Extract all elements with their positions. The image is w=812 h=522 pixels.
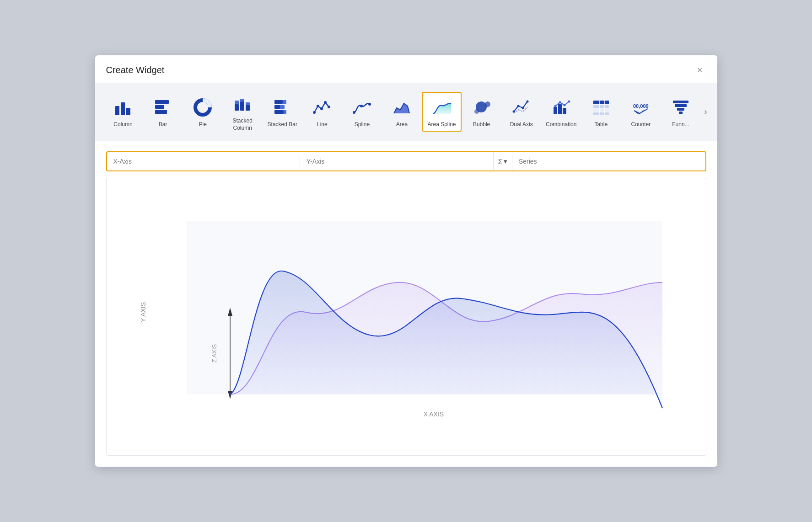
svg-rect-14: [283, 100, 286, 104]
chart-type-line[interactable]: Line: [302, 92, 342, 132]
svg-rect-4: [155, 105, 164, 109]
z-axis-label: Z AXIS: [211, 344, 218, 363]
modal-header: Create Widget ×: [95, 55, 717, 83]
svg-point-24: [353, 111, 355, 114]
svg-rect-11: [246, 105, 250, 111]
pie-label: Pie: [199, 121, 206, 128]
svg-rect-51: [679, 112, 683, 114]
chart-type-area-spline[interactable]: Area Spline: [422, 92, 462, 132]
x-axis-label: X AXIS: [423, 410, 443, 418]
close-button[interactable]: ×: [694, 64, 706, 76]
svg-point-32: [522, 107, 524, 109]
svg-point-26: [368, 103, 371, 106]
line-icon: [311, 96, 333, 118]
svg-point-22: [324, 101, 327, 104]
svg-rect-42: [593, 105, 609, 108]
svg-rect-0: [115, 106, 119, 115]
svg-point-29: [474, 109, 479, 114]
chart-type-combination[interactable]: Combination: [541, 92, 581, 132]
chart-type-pie[interactable]: Pie: [183, 92, 223, 132]
svg-point-39: [563, 104, 565, 106]
y-axis-input[interactable]: [300, 152, 493, 170]
svg-rect-7: [235, 104, 239, 111]
svg-rect-35: [558, 104, 562, 114]
bar-icon: [152, 96, 174, 118]
stacked-column-icon: [231, 93, 253, 115]
svg-rect-18: [284, 110, 286, 114]
svg-rect-13: [274, 100, 283, 104]
svg-text:00,000: 00,000: [633, 103, 649, 109]
modal-title: Create Widget: [106, 65, 165, 75]
dual-axis-label: Dual Axis: [510, 121, 533, 128]
svg-rect-50: [677, 108, 684, 111]
area-spline-label: Area Spline: [428, 121, 456, 128]
svg-point-19: [313, 111, 316, 114]
stacked-bar-label: Stacked Bar: [268, 121, 297, 128]
svg-rect-16: [280, 105, 285, 109]
stacked-column-label: Stacked Column: [226, 117, 260, 132]
x-axis-input[interactable]: [107, 152, 300, 170]
svg-rect-36: [563, 108, 566, 114]
funnel-icon: [670, 96, 692, 118]
svg-point-25: [360, 105, 363, 107]
stacked-bar-icon: [271, 96, 293, 118]
chart-type-bar: Column Bar Pie: [95, 83, 717, 141]
svg-point-31: [517, 105, 519, 107]
chart-type-stacked-column[interactable]: Stacked Column: [223, 88, 263, 135]
sigma-symbol: Σ: [498, 158, 502, 165]
y-axis-label: Y AXIS: [140, 302, 147, 322]
svg-point-37: [554, 105, 556, 107]
combination-icon: [550, 96, 572, 118]
chart-type-counter[interactable]: 00,000 Counter: [621, 92, 661, 132]
chart-type-column[interactable]: Column: [103, 92, 143, 132]
svg-point-20: [317, 105, 319, 107]
chart-type-spline[interactable]: Spline: [342, 92, 382, 132]
svg-rect-8: [235, 101, 239, 104]
svg-rect-9: [240, 101, 244, 111]
table-icon: [590, 96, 612, 118]
chart-type-dual-axis[interactable]: Dual Axis: [501, 92, 541, 132]
counter-label: Counter: [631, 121, 651, 128]
line-label: Line: [317, 121, 328, 128]
svg-point-38: [559, 101, 561, 103]
chart-type-bubble[interactable]: Bubble: [462, 92, 501, 132]
svg-rect-3: [155, 100, 169, 104]
svg-rect-41: [593, 101, 609, 104]
svg-point-23: [328, 106, 330, 108]
chart-type-table[interactable]: Table: [581, 92, 621, 132]
chart-type-area[interactable]: Area: [382, 92, 422, 132]
axis-configuration-bar: Σ ▾: [106, 151, 706, 171]
svg-rect-10: [240, 99, 244, 101]
svg-rect-44: [593, 112, 609, 115]
table-label: Table: [594, 121, 608, 128]
svg-rect-5: [155, 110, 167, 114]
area-spline-icon: [431, 96, 453, 118]
chart-type-bar[interactable]: Bar: [143, 92, 183, 132]
chart-type-funnel[interactable]: Funn...: [661, 92, 700, 132]
spline-label: Spline: [355, 121, 370, 128]
spline-icon: [351, 96, 373, 118]
svg-rect-43: [593, 109, 609, 112]
bubble-icon: [471, 96, 493, 118]
svg-point-40: [568, 100, 570, 102]
chart-type-stacked-bar[interactable]: Stacked Bar: [263, 92, 302, 132]
create-widget-modal: Create Widget × Column: [95, 55, 717, 467]
chart-type-nav-forward[interactable]: ›: [702, 107, 709, 117]
area-label: Area: [396, 121, 408, 128]
sigma-button[interactable]: Σ ▾: [493, 152, 512, 170]
bar-label: Bar: [159, 121, 167, 128]
combination-label: Combination: [546, 121, 576, 128]
area-icon: [391, 96, 413, 118]
svg-rect-49: [675, 104, 687, 107]
column-icon: [112, 96, 134, 118]
dual-axis-icon: [511, 96, 532, 118]
pie-icon: [192, 96, 214, 118]
svg-rect-1: [121, 102, 125, 115]
funnel-label: Funn...: [672, 121, 689, 128]
svg-point-33: [526, 100, 528, 102]
bubble-label: Bubble: [473, 121, 490, 128]
svg-rect-17: [274, 110, 284, 114]
svg-rect-48: [673, 101, 688, 103]
series-input[interactable]: [512, 152, 705, 170]
svg-rect-2: [126, 108, 130, 115]
